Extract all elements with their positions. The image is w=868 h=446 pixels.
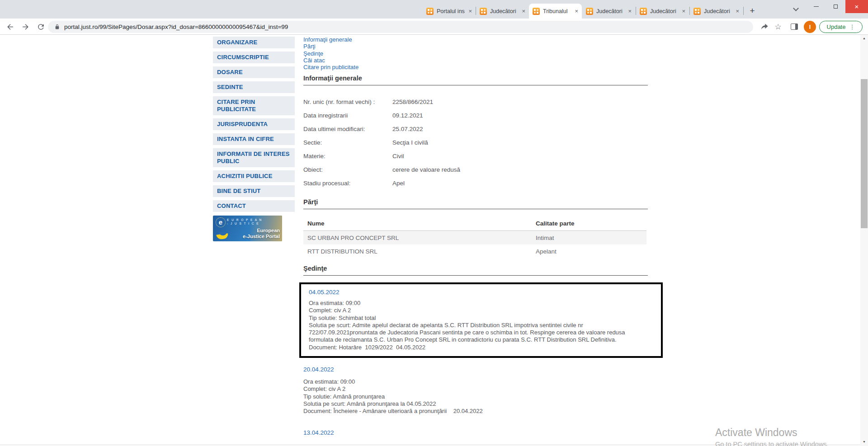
info-row: Stadiu procesual:Apel: [303, 176, 620, 190]
info-row: Nr. unic (nr. format vechi) :2258/866/20…: [303, 95, 620, 108]
link-citare-publicitate[interactable]: Citare prin publicitate: [303, 64, 359, 70]
star-icon: ☆: [774, 23, 781, 31]
tab-close-icon[interactable]: ×: [575, 8, 578, 14]
forward-button[interactable]: [20, 21, 31, 32]
sidebar-item-informatii-interes-public[interactable]: INFORMATII DE INTERES PUBLIC: [213, 148, 295, 167]
sidebar-item-contact[interactable]: CONTACT: [213, 200, 295, 212]
bookmark-button[interactable]: ☆: [773, 22, 783, 32]
site-favicon-icon: [693, 8, 701, 15]
info-row: Obiect:cerere de valoare redusă: [303, 163, 620, 176]
scroll-down-icon[interactable]: ▼: [860, 440, 868, 443]
lock-icon[interactable]: [54, 24, 60, 30]
info-value: 09.12.2021: [392, 112, 423, 119]
tab-judecatoria-1[interactable]: Judecători ×: [476, 4, 529, 19]
hearing-date-link[interactable]: 04.05.2022: [309, 289, 652, 296]
back-arrow-icon: [6, 23, 14, 31]
sidebar-item-circumscriptie[interactable]: CIRCUMSCRIPTIE: [213, 52, 295, 63]
tab-judecatoria-4[interactable]: Judecători ×: [690, 4, 743, 19]
sidebar-item-dosare[interactable]: DOSARE: [213, 66, 295, 78]
url-text[interactable]: portal.just.ro/99/SitePages/Dosar.aspx?i…: [64, 23, 288, 30]
heading-sedinte: Şedinţe: [303, 265, 648, 276]
menu-kebab-icon[interactable]: ⋮: [849, 23, 855, 30]
sidebar-item-jurisprudenta[interactable]: JURISPRUDENTA: [213, 118, 295, 130]
tab-close-icon[interactable]: ×: [736, 8, 739, 14]
parties-header-row: Nume Calitate parte: [303, 216, 646, 231]
tab-title: Judecători: [596, 8, 626, 14]
close-window-button[interactable]: ×: [845, 0, 868, 13]
sidebar-item-bine-de-stiut[interactable]: BINE DE STIUT: [213, 185, 295, 197]
link-parti[interactable]: Părţi: [303, 43, 359, 50]
link-cai-atac[interactable]: Căi atac: [303, 57, 359, 64]
share-icon: [760, 23, 769, 31]
scroll-up-icon[interactable]: ▲: [860, 37, 868, 40]
address-bar[interactable]: portal.just.ro/99/SitePages/Dosar.aspx?i…: [48, 21, 753, 33]
side-panel-button[interactable]: [789, 22, 799, 32]
browser-toolbar: portal.just.ro/99/SitePages/Dosar.aspx?i…: [0, 19, 868, 35]
back-button[interactable]: [5, 21, 15, 32]
sidebar-item-citare[interactable]: CITARE PRIN PUBLICITATE: [213, 96, 295, 115]
profile-avatar[interactable]: I: [804, 21, 816, 33]
info-value: cerere de valoare redusă: [392, 166, 460, 173]
sidebar-item-sedinte[interactable]: SEDINTE: [213, 81, 295, 93]
tab-close-icon[interactable]: ×: [682, 8, 685, 14]
e-justice-logo-icon: e: [216, 217, 226, 227]
site-favicon-icon: [533, 8, 540, 15]
vertical-scrollbar[interactable]: ▲ ▼: [860, 35, 868, 446]
hearing-highlight-box: 04.05.2022 Ora estimata: 09:00 Complet: …: [299, 282, 663, 358]
scrollbar-thumb[interactable]: [861, 79, 868, 228]
side-panel-icon: [791, 23, 798, 30]
party-role: Intimat: [536, 235, 554, 241]
minimize-button[interactable]: [807, 0, 826, 13]
info-value: Civil: [392, 153, 404, 160]
hearing-block: 13.04.2022: [303, 429, 334, 436]
column-nume: Nume: [303, 220, 536, 227]
hearing-line: Document: Încheiere - Amânare ulterioară…: [303, 408, 648, 415]
tab-close-icon[interactable]: ×: [522, 8, 525, 14]
watermark-title: Activate Windows: [715, 426, 829, 439]
tab-search-chevron-icon[interactable]: [793, 5, 799, 11]
tab-title: Judecători: [704, 8, 734, 14]
hearing-line: Complet: civ A 2: [303, 385, 648, 393]
hearing-line: Solutia pe scurt: Amână pronunţarea la 0…: [303, 400, 648, 408]
tab-close-icon[interactable]: ×: [628, 8, 632, 14]
new-tab-button[interactable]: +: [746, 5, 759, 17]
heading-informatii-generale: Informaţii generale: [303, 75, 648, 85]
update-browser-button[interactable]: Update ⋮: [819, 21, 863, 33]
tab-close-icon[interactable]: ×: [468, 8, 472, 14]
tab-portal[interactable]: Portalul ins ×: [423, 4, 476, 19]
tab-judecatoria-2[interactable]: Judecători ×: [582, 4, 635, 19]
info-row: Data inregistrarii09.12.2021: [303, 108, 620, 122]
hearing-line: Solutia pe scurt: Admite apelul declarat…: [309, 322, 652, 329]
link-sedinte[interactable]: Şedinţe: [303, 50, 359, 57]
tab-judecatoria-3[interactable]: Judecători ×: [636, 4, 689, 19]
site-favicon-icon: [426, 8, 434, 15]
tab-tribunalul-active[interactable]: Tribunalul ×: [529, 4, 582, 19]
tab-separator: [743, 7, 744, 15]
hearing-line: Ora estimata: 09:00: [309, 300, 652, 307]
european-e-justice-banner[interactable]: e E U R O P E A N - J U S T I C E Europe…: [213, 216, 282, 241]
maximize-button[interactable]: [826, 0, 845, 13]
info-label: Stadiu procesual:: [303, 180, 392, 187]
page-content: ORGANIZARE CIRCUMSCRIPTIE DOSARE SEDINTE…: [0, 35, 868, 446]
column-calitate-parte: Calitate parte: [536, 220, 575, 227]
info-row: Data ultimei modificari:25.07.2022: [303, 122, 620, 136]
table-row[interactable]: RTT DISTRIBUTION SRL Apelant: [303, 244, 646, 258]
info-label: Data inregistrarii: [303, 112, 392, 119]
hearing-date-link[interactable]: 20.04.2022: [303, 366, 648, 373]
sidebar-item-instanta-in-cifre[interactable]: INSTANTA IN CIFRE: [213, 133, 295, 145]
hearing-date-link[interactable]: 13.04.2022: [303, 429, 334, 436]
sidebar-item-organizare[interactable]: ORGANIZARE: [213, 37, 295, 48]
site-favicon-icon: [640, 8, 647, 15]
table-row[interactable]: SC URBAN PRO CONCEPT SRL Intimat: [303, 231, 646, 244]
party-role: Apelant: [536, 248, 557, 255]
info-label: Data ultimei modificari:: [303, 126, 392, 132]
reload-button[interactable]: [35, 21, 46, 32]
info-label: Materie:: [303, 153, 392, 160]
info-value: 2258/866/2021: [392, 99, 433, 105]
share-button[interactable]: [760, 22, 769, 32]
link-informatii-generale[interactable]: Informaţii generale: [303, 36, 359, 43]
sidebar-item-achizitii-publice[interactable]: ACHIZITII PUBLICE: [213, 170, 295, 182]
info-row: Materie:Civil: [303, 149, 620, 163]
hearing-line: formulata de reclamanta S.C. Urban Pro C…: [309, 336, 652, 343]
site-favicon-icon: [480, 8, 487, 15]
